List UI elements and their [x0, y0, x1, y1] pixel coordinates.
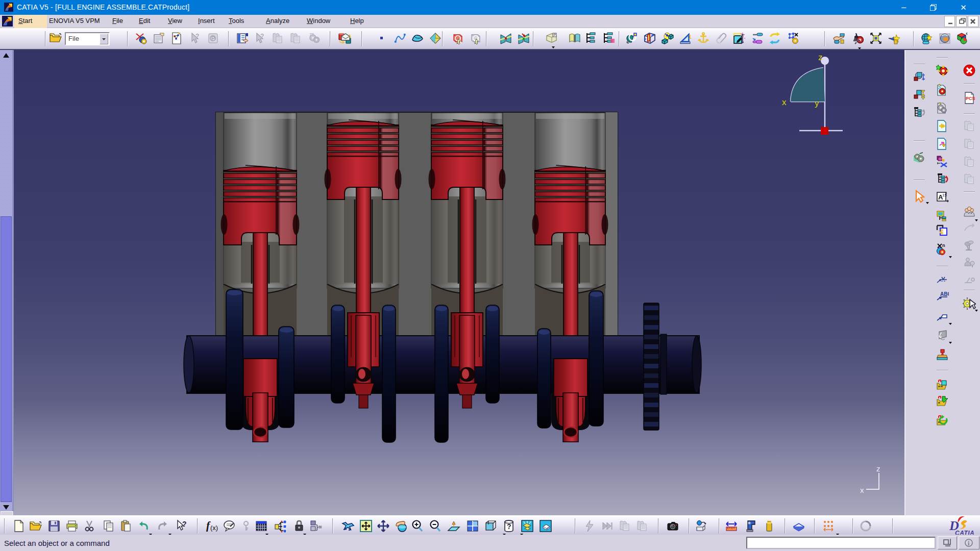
- svg-text:x: x: [782, 97, 787, 107]
- svg-text:x: x: [860, 486, 864, 494]
- svg-text:z: z: [818, 53, 823, 62]
- svg-text:ABC: ABC: [940, 291, 949, 297]
- svg-text:?: ?: [260, 33, 264, 40]
- svg-text:P: P: [554, 33, 556, 37]
- svg-text:?: ?: [195, 33, 199, 40]
- svg-text:?: ?: [507, 522, 511, 531]
- svg-text:y: y: [815, 98, 819, 108]
- svg-text:z: z: [876, 464, 880, 473]
- svg-text:P: P: [211, 35, 215, 41]
- svg-text:(x): (x): [210, 524, 218, 532]
- svg-text:PCS: PCS: [966, 96, 975, 101]
- svg-text:?: ?: [182, 520, 187, 528]
- svg-text:i: i: [968, 540, 970, 547]
- svg-text:}=: }=: [316, 523, 322, 531]
- svg-text:n: n: [942, 243, 945, 248]
- svg-text:1: 1: [689, 34, 692, 40]
